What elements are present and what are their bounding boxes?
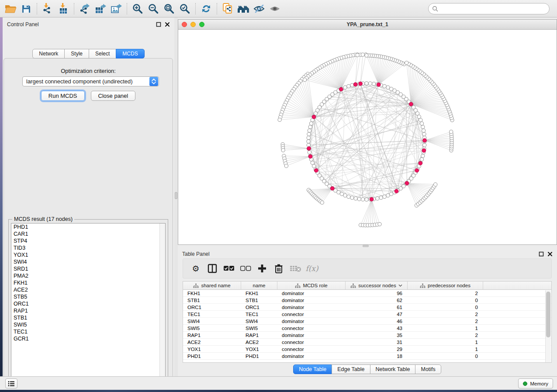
import-table-button[interactable] (55, 2, 71, 16)
network-node[interactable] (307, 132, 311, 136)
mcds-result-item[interactable]: YOX1 (11, 251, 165, 258)
tab-edge-table[interactable]: Edge Table (332, 364, 370, 374)
mcds-result-item[interactable]: TEC1 (11, 328, 165, 335)
run-mcds-button[interactable]: Run MCDS (41, 91, 85, 101)
network-node[interactable] (378, 223, 381, 226)
first-neighbors-button[interactable] (235, 2, 251, 16)
network-node[interactable] (383, 84, 386, 88)
network-node[interactable] (347, 195, 350, 198)
network-node[interactable] (278, 118, 281, 121)
network-node[interactable] (386, 86, 390, 89)
network-node[interactable] (422, 132, 426, 136)
network-node[interactable] (308, 125, 312, 129)
column-header-mcds_role[interactable]: MCDS role (277, 282, 346, 289)
mcds-node[interactable] (339, 87, 343, 91)
table-settings-button[interactable]: ⚙ (188, 261, 203, 276)
mcds-result-item[interactable]: ACE2 (11, 286, 165, 293)
network-node[interactable] (309, 122, 313, 125)
mcds-result-item[interactable]: PMA2 (11, 272, 165, 279)
network-node[interactable] (357, 197, 361, 201)
hide-selected-button[interactable] (251, 2, 267, 16)
scrollbar-thumb[interactable] (546, 292, 550, 337)
network-node[interactable] (354, 197, 357, 200)
network-node[interactable] (284, 164, 288, 168)
close-panel-icon[interactable] (165, 22, 170, 27)
network-node[interactable] (307, 136, 310, 140)
network-node[interactable] (361, 198, 365, 201)
network-node[interactable] (361, 53, 364, 56)
network-node[interactable] (421, 154, 425, 158)
mcds-result-item[interactable]: SRD1 (11, 265, 165, 272)
network-node[interactable] (350, 196, 354, 199)
network-node[interactable] (376, 197, 379, 200)
mcds-node[interactable] (415, 168, 419, 172)
mcds-node[interactable] (409, 102, 413, 106)
zoom-fit-button[interactable] (161, 2, 177, 16)
tab-mcds[interactable]: MCDS (116, 49, 144, 58)
table-row-PHD1[interactable]: PHD1PHD1dominator180 (183, 353, 551, 360)
task-history-button[interactable] (5, 378, 17, 389)
network-node[interactable] (423, 143, 426, 147)
table-row-TEC1[interactable]: TEC1TEC1connector472 (183, 311, 551, 318)
column-chooser-button[interactable] (205, 261, 220, 276)
table-row-STB1[interactable]: STB1STB1dominator620 (183, 297, 551, 304)
network-node[interactable] (390, 87, 393, 91)
float-panel-icon[interactable] (156, 22, 161, 27)
deselect-all-button[interactable] (238, 261, 253, 276)
export-network-button[interactable] (77, 2, 93, 16)
mcds-result-item[interactable]: RAP1 (11, 307, 165, 314)
network-node[interactable] (343, 86, 347, 89)
network-node[interactable] (312, 165, 316, 168)
export-table-button[interactable] (93, 2, 108, 16)
network-node[interactable] (281, 148, 285, 152)
mcds-node[interactable] (312, 115, 316, 119)
network-node[interactable] (450, 130, 453, 134)
mcds-node[interactable] (370, 197, 374, 201)
show-all-button[interactable] (267, 2, 283, 16)
column-header-predecessor_nodes[interactable]: predecessor nodes (408, 282, 483, 289)
network-node[interactable] (308, 129, 311, 132)
mcds-result-item[interactable]: GCR1 (11, 335, 165, 342)
mcds-result-item[interactable]: TID3 (11, 244, 165, 251)
network-node[interactable] (365, 54, 368, 57)
mcds-node[interactable] (377, 83, 381, 87)
mcds-result-item[interactable]: STB5 (11, 293, 165, 300)
mcds-node[interactable] (353, 83, 357, 86)
table-row-FKH1[interactable]: FKH1FKH1dominator962 (183, 290, 551, 297)
network-node[interactable] (311, 161, 314, 165)
search-input[interactable] (428, 3, 550, 14)
column-header-successor_nodes[interactable]: successor nodes (346, 282, 408, 289)
zoom-out-button[interactable] (145, 2, 161, 16)
mcds-node[interactable] (422, 148, 426, 152)
network-node[interactable] (420, 158, 423, 161)
network-node[interactable] (393, 89, 396, 92)
mcds-result-item[interactable]: ORC1 (11, 300, 165, 307)
tab-network-table[interactable]: Network Table (370, 364, 416, 374)
mcds-node[interactable] (419, 161, 422, 165)
save-session-button[interactable] (18, 2, 34, 16)
network-node[interactable] (303, 78, 307, 82)
column-header-name[interactable]: name (241, 282, 277, 289)
delete-column-button[interactable] (271, 261, 286, 276)
mcds-result-item[interactable]: STP4 (11, 237, 165, 244)
table-row-RAP1[interactable]: RAP1RAP1dominator352 (183, 332, 551, 339)
network-node[interactable] (343, 194, 347, 197)
optimization-criterion-dropdown[interactable]: largest connected component (undirected) (22, 76, 159, 86)
network-node[interactable] (320, 201, 324, 204)
export-image-button[interactable] (108, 2, 124, 16)
table-row-ORC1[interactable]: ORC1ORC1dominator610 (183, 304, 551, 311)
float-panel-icon[interactable] (539, 251, 544, 257)
table-row-ACE2[interactable]: ACE2ACE2connector311 (183, 339, 551, 346)
splitter-grip[interactable] (175, 192, 177, 199)
network-window-titlebar[interactable]: YPA_prune.txt_1 (178, 20, 557, 30)
network-node[interactable] (350, 83, 354, 87)
network-node[interactable] (422, 129, 426, 132)
network-node[interactable] (365, 198, 368, 201)
mcds-result-item[interactable]: CAR1 (11, 230, 165, 237)
tab-node-table[interactable]: Node Table (293, 364, 332, 374)
tab-network[interactable]: Network (32, 49, 65, 58)
table-scrollbar[interactable] (545, 290, 551, 362)
network-canvas[interactable] (178, 30, 557, 244)
mcds-node[interactable] (359, 82, 363, 86)
network-node[interactable] (417, 115, 421, 118)
